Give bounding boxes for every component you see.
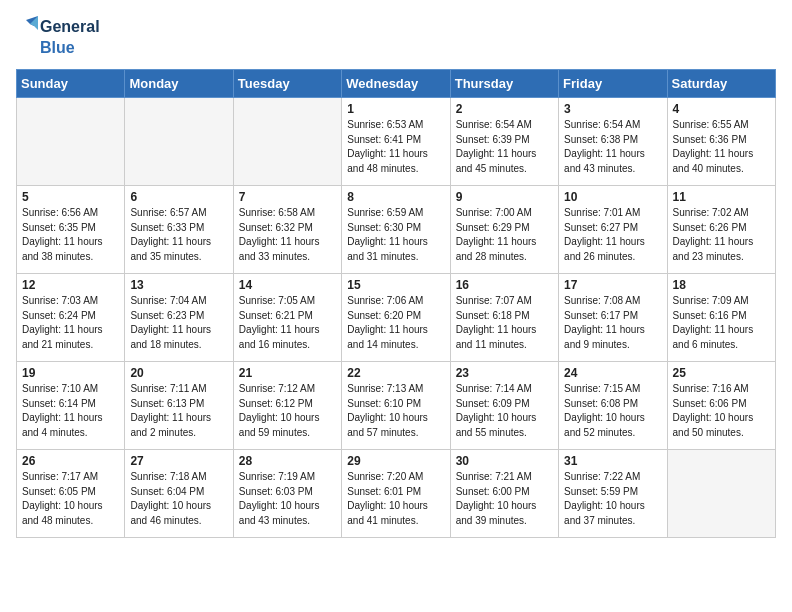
day-number: 13	[130, 278, 227, 292]
day-info-text: Sunrise: 7:05 AM Sunset: 6:21 PM Dayligh…	[239, 294, 336, 352]
day-info-text: Sunrise: 6:53 AM Sunset: 6:41 PM Dayligh…	[347, 118, 444, 176]
day-number: 11	[673, 190, 770, 204]
day-info-text: Sunrise: 7:07 AM Sunset: 6:18 PM Dayligh…	[456, 294, 553, 352]
calendar-day-cell: 24Sunrise: 7:15 AM Sunset: 6:08 PM Dayli…	[559, 362, 667, 450]
day-info-text: Sunrise: 6:58 AM Sunset: 6:32 PM Dayligh…	[239, 206, 336, 264]
day-number: 25	[673, 366, 770, 380]
calendar-week-row: 5Sunrise: 6:56 AM Sunset: 6:35 PM Daylig…	[17, 186, 776, 274]
day-number: 17	[564, 278, 661, 292]
day-number: 28	[239, 454, 336, 468]
calendar-day-cell	[125, 98, 233, 186]
column-header-monday: Monday	[125, 70, 233, 98]
day-number: 7	[239, 190, 336, 204]
day-info-text: Sunrise: 7:20 AM Sunset: 6:01 PM Dayligh…	[347, 470, 444, 528]
logo-blue-label: Blue	[40, 38, 75, 57]
day-number: 27	[130, 454, 227, 468]
calendar-day-cell: 4Sunrise: 6:55 AM Sunset: 6:36 PM Daylig…	[667, 98, 775, 186]
calendar-day-cell: 8Sunrise: 6:59 AM Sunset: 6:30 PM Daylig…	[342, 186, 450, 274]
day-number: 14	[239, 278, 336, 292]
day-number: 6	[130, 190, 227, 204]
day-info-text: Sunrise: 6:56 AM Sunset: 6:35 PM Dayligh…	[22, 206, 119, 264]
day-info-text: Sunrise: 7:10 AM Sunset: 6:14 PM Dayligh…	[22, 382, 119, 440]
day-info-text: Sunrise: 7:12 AM Sunset: 6:12 PM Dayligh…	[239, 382, 336, 440]
calendar-day-cell: 22Sunrise: 7:13 AM Sunset: 6:10 PM Dayli…	[342, 362, 450, 450]
day-info-text: Sunrise: 7:17 AM Sunset: 6:05 PM Dayligh…	[22, 470, 119, 528]
day-info-text: Sunrise: 7:00 AM Sunset: 6:29 PM Dayligh…	[456, 206, 553, 264]
column-header-saturday: Saturday	[667, 70, 775, 98]
calendar-day-cell: 17Sunrise: 7:08 AM Sunset: 6:17 PM Dayli…	[559, 274, 667, 362]
day-info-text: Sunrise: 7:21 AM Sunset: 6:00 PM Dayligh…	[456, 470, 553, 528]
day-number: 20	[130, 366, 227, 380]
calendar-day-cell: 2Sunrise: 6:54 AM Sunset: 6:39 PM Daylig…	[450, 98, 558, 186]
calendar-day-cell: 30Sunrise: 7:21 AM Sunset: 6:00 PM Dayli…	[450, 450, 558, 538]
day-info-text: Sunrise: 7:06 AM Sunset: 6:20 PM Dayligh…	[347, 294, 444, 352]
day-info-text: Sunrise: 7:22 AM Sunset: 5:59 PM Dayligh…	[564, 470, 661, 528]
calendar-day-cell: 14Sunrise: 7:05 AM Sunset: 6:21 PM Dayli…	[233, 274, 341, 362]
day-info-text: Sunrise: 7:09 AM Sunset: 6:16 PM Dayligh…	[673, 294, 770, 352]
day-info-text: Sunrise: 7:19 AM Sunset: 6:03 PM Dayligh…	[239, 470, 336, 528]
day-info-text: Sunrise: 6:59 AM Sunset: 6:30 PM Dayligh…	[347, 206, 444, 264]
calendar-day-cell: 18Sunrise: 7:09 AM Sunset: 6:16 PM Dayli…	[667, 274, 775, 362]
calendar-week-row: 26Sunrise: 7:17 AM Sunset: 6:05 PM Dayli…	[17, 450, 776, 538]
calendar-day-cell: 28Sunrise: 7:19 AM Sunset: 6:03 PM Dayli…	[233, 450, 341, 538]
calendar-day-cell: 11Sunrise: 7:02 AM Sunset: 6:26 PM Dayli…	[667, 186, 775, 274]
calendar-day-cell	[667, 450, 775, 538]
day-number: 4	[673, 102, 770, 116]
calendar-day-cell: 1Sunrise: 6:53 AM Sunset: 6:41 PM Daylig…	[342, 98, 450, 186]
day-number: 19	[22, 366, 119, 380]
logo-bird-icon	[16, 16, 38, 38]
day-number: 18	[673, 278, 770, 292]
calendar-day-cell	[17, 98, 125, 186]
calendar-week-row: 12Sunrise: 7:03 AM Sunset: 6:24 PM Dayli…	[17, 274, 776, 362]
calendar-table: SundayMondayTuesdayWednesdayThursdayFrid…	[16, 69, 776, 538]
day-number: 31	[564, 454, 661, 468]
column-header-sunday: Sunday	[17, 70, 125, 98]
calendar-day-cell: 23Sunrise: 7:14 AM Sunset: 6:09 PM Dayli…	[450, 362, 558, 450]
column-header-wednesday: Wednesday	[342, 70, 450, 98]
calendar-day-cell: 12Sunrise: 7:03 AM Sunset: 6:24 PM Dayli…	[17, 274, 125, 362]
day-info-text: Sunrise: 7:14 AM Sunset: 6:09 PM Dayligh…	[456, 382, 553, 440]
day-number: 8	[347, 190, 444, 204]
day-number: 2	[456, 102, 553, 116]
day-info-text: Sunrise: 6:54 AM Sunset: 6:39 PM Dayligh…	[456, 118, 553, 176]
day-number: 30	[456, 454, 553, 468]
calendar-day-cell: 15Sunrise: 7:06 AM Sunset: 6:20 PM Dayli…	[342, 274, 450, 362]
calendar-header-row: SundayMondayTuesdayWednesdayThursdayFrid…	[17, 70, 776, 98]
calendar-day-cell: 31Sunrise: 7:22 AM Sunset: 5:59 PM Dayli…	[559, 450, 667, 538]
page-header: General Blue	[16, 16, 776, 57]
calendar-day-cell: 10Sunrise: 7:01 AM Sunset: 6:27 PM Dayli…	[559, 186, 667, 274]
calendar-day-cell: 20Sunrise: 7:11 AM Sunset: 6:13 PM Dayli…	[125, 362, 233, 450]
day-info-text: Sunrise: 6:54 AM Sunset: 6:38 PM Dayligh…	[564, 118, 661, 176]
day-number: 1	[347, 102, 444, 116]
day-number: 9	[456, 190, 553, 204]
day-info-text: Sunrise: 6:55 AM Sunset: 6:36 PM Dayligh…	[673, 118, 770, 176]
calendar-day-cell: 6Sunrise: 6:57 AM Sunset: 6:33 PM Daylig…	[125, 186, 233, 274]
day-info-text: Sunrise: 6:57 AM Sunset: 6:33 PM Dayligh…	[130, 206, 227, 264]
calendar-day-cell: 13Sunrise: 7:04 AM Sunset: 6:23 PM Dayli…	[125, 274, 233, 362]
calendar-day-cell: 21Sunrise: 7:12 AM Sunset: 6:12 PM Dayli…	[233, 362, 341, 450]
day-info-text: Sunrise: 7:01 AM Sunset: 6:27 PM Dayligh…	[564, 206, 661, 264]
day-number: 21	[239, 366, 336, 380]
calendar-day-cell: 16Sunrise: 7:07 AM Sunset: 6:18 PM Dayli…	[450, 274, 558, 362]
day-number: 12	[22, 278, 119, 292]
day-number: 26	[22, 454, 119, 468]
calendar-day-cell: 5Sunrise: 6:56 AM Sunset: 6:35 PM Daylig…	[17, 186, 125, 274]
day-number: 23	[456, 366, 553, 380]
day-info-text: Sunrise: 7:02 AM Sunset: 6:26 PM Dayligh…	[673, 206, 770, 264]
logo: General Blue	[16, 16, 100, 57]
day-info-text: Sunrise: 7:03 AM Sunset: 6:24 PM Dayligh…	[22, 294, 119, 352]
calendar-day-cell: 3Sunrise: 6:54 AM Sunset: 6:38 PM Daylig…	[559, 98, 667, 186]
day-number: 3	[564, 102, 661, 116]
column-header-tuesday: Tuesday	[233, 70, 341, 98]
calendar-week-row: 1Sunrise: 6:53 AM Sunset: 6:41 PM Daylig…	[17, 98, 776, 186]
calendar-day-cell: 9Sunrise: 7:00 AM Sunset: 6:29 PM Daylig…	[450, 186, 558, 274]
day-number: 22	[347, 366, 444, 380]
calendar-day-cell: 7Sunrise: 6:58 AM Sunset: 6:32 PM Daylig…	[233, 186, 341, 274]
day-info-text: Sunrise: 7:11 AM Sunset: 6:13 PM Dayligh…	[130, 382, 227, 440]
calendar-day-cell	[233, 98, 341, 186]
calendar-day-cell: 27Sunrise: 7:18 AM Sunset: 6:04 PM Dayli…	[125, 450, 233, 538]
calendar-week-row: 19Sunrise: 7:10 AM Sunset: 6:14 PM Dayli…	[17, 362, 776, 450]
day-info-text: Sunrise: 7:15 AM Sunset: 6:08 PM Dayligh…	[564, 382, 661, 440]
day-number: 15	[347, 278, 444, 292]
day-number: 5	[22, 190, 119, 204]
